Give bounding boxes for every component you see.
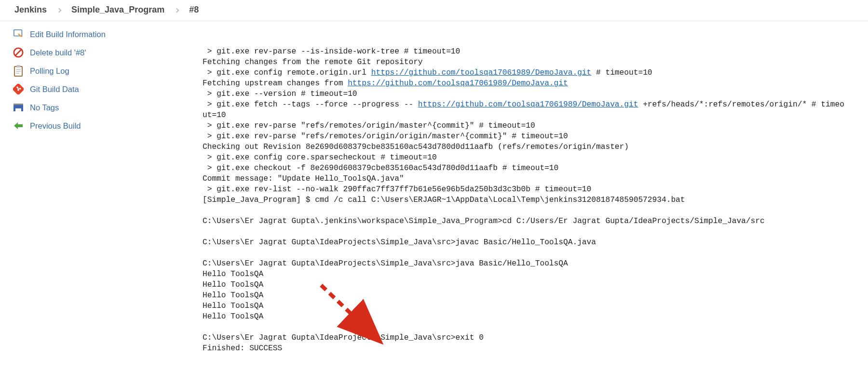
svg-line-3 bbox=[15, 50, 22, 56]
svg-rect-16 bbox=[14, 104, 23, 105]
arrow-left-icon bbox=[13, 120, 24, 132]
pencil-icon bbox=[13, 28, 24, 40]
console-line bbox=[203, 322, 849, 332]
breadcrumb-item-jenkins[interactable]: Jenkins bbox=[14, 5, 47, 15]
sidebar-item-git-build-data[interactable]: Git Build Data bbox=[10, 80, 183, 98]
console-line: Checking out Revision 8e2690d608379cbe83… bbox=[203, 142, 849, 152]
sidebar-item-polling-log[interactable]: Polling Log bbox=[10, 62, 183, 80]
console-link[interactable]: https://github.com/toolsqa17061989/DemoJ… bbox=[418, 100, 638, 109]
sidebar-item-no-tags[interactable]: No Tags bbox=[10, 98, 183, 117]
save-tag-icon bbox=[13, 102, 24, 113]
console-line: C:\Users\Er Jagrat Gupta\IdeaProjects\Si… bbox=[203, 237, 849, 248]
console-link[interactable]: https://github.com/toolsqa17061989/DemoJ… bbox=[348, 79, 568, 88]
clipboard-icon bbox=[13, 65, 24, 77]
console-line: > git.exe rev-parse --is-inside-work-tre… bbox=[203, 46, 849, 57]
console-line: C:\Users\Er Jagrat Gupta\.jenkins\worksp… bbox=[203, 216, 849, 226]
sidebar-item-label: Delete build '#8' bbox=[30, 48, 86, 57]
breadcrumb-item-project[interactable]: Simple_Java_Program bbox=[71, 5, 164, 15]
console-line: Hello ToolsQA bbox=[203, 269, 849, 279]
console-line: > git.exe checkout -f 8e2690d608379cbe83… bbox=[203, 163, 849, 173]
console-line: [Simple_Java_Program] $ cmd /c call C:\U… bbox=[203, 195, 849, 205]
svg-rect-17 bbox=[15, 108, 21, 111]
console-output: > git.exe rev-parse --is-inside-work-tre… bbox=[183, 21, 868, 384]
sidebar-item-label: Polling Log bbox=[30, 66, 69, 76]
breadcrumb-item-build[interactable]: #8 bbox=[189, 5, 199, 15]
console-line: Hello ToolsQA bbox=[203, 279, 849, 290]
sidebar-item-label: No Tags bbox=[30, 103, 59, 112]
console-line: C:\Users\Er Jagrat Gupta\IdeaProjects\Si… bbox=[203, 258, 849, 269]
console-line bbox=[203, 226, 849, 237]
svg-rect-5 bbox=[16, 65, 20, 67]
console-line: Hello ToolsQA bbox=[203, 311, 849, 322]
console-line: Commit message: "Update Hello_ToolsQA.ja… bbox=[203, 173, 849, 184]
sidebar-item-label: Git Build Data bbox=[30, 85, 79, 94]
console-line: > git.exe rev-parse "refs/remotes/origin… bbox=[203, 131, 849, 142]
sidebar: Edit Build Information Delete build '#8'… bbox=[0, 21, 183, 384]
sidebar-item-label: Edit Build Information bbox=[30, 30, 106, 39]
console-link[interactable]: https://github.com/toolsqa17061989/DemoJ… bbox=[371, 68, 592, 77]
console-line: > git.exe rev-list --no-walk 290ffac7ff3… bbox=[203, 184, 849, 195]
console-line: > git.exe config core.sparsecheckout # t… bbox=[203, 152, 849, 163]
delete-icon bbox=[13, 47, 24, 58]
console-line: Finished: SUCCESS bbox=[203, 343, 849, 354]
console-line: > git.exe config remote.origin.url https… bbox=[203, 67, 849, 78]
console-line: Hello ToolsQA bbox=[203, 290, 849, 301]
breadcrumb: Jenkins Simple_Java_Program #8 bbox=[0, 0, 868, 21]
console-line: Hello ToolsQA bbox=[203, 301, 849, 311]
console-line: Fetching upstream changes from https://g… bbox=[203, 78, 849, 89]
sidebar-item-label: Previous Build bbox=[30, 121, 81, 131]
console-line: C:\Users\Er Jagrat Gupta\IdeaProjects\Si… bbox=[203, 332, 849, 343]
svg-rect-0 bbox=[14, 30, 22, 36]
git-icon bbox=[13, 83, 24, 95]
chevron-right-icon bbox=[57, 8, 62, 13]
console-line: > git.exe rev-parse "refs/remotes/origin… bbox=[203, 120, 849, 131]
console-line bbox=[203, 205, 849, 216]
sidebar-item-edit-build-info[interactable]: Edit Build Information bbox=[10, 25, 183, 43]
sidebar-item-delete-build[interactable]: Delete build '#8' bbox=[10, 43, 183, 62]
console-line bbox=[203, 248, 849, 258]
console-line: > git.exe --version # timeout=10 bbox=[203, 89, 849, 99]
chevron-right-icon bbox=[175, 8, 179, 13]
console-line: > git.exe fetch --tags --force --progres… bbox=[203, 99, 849, 120]
sidebar-item-previous-build[interactable]: Previous Build bbox=[10, 117, 183, 135]
console-line: Fetching changes from the remote Git rep… bbox=[203, 57, 849, 67]
